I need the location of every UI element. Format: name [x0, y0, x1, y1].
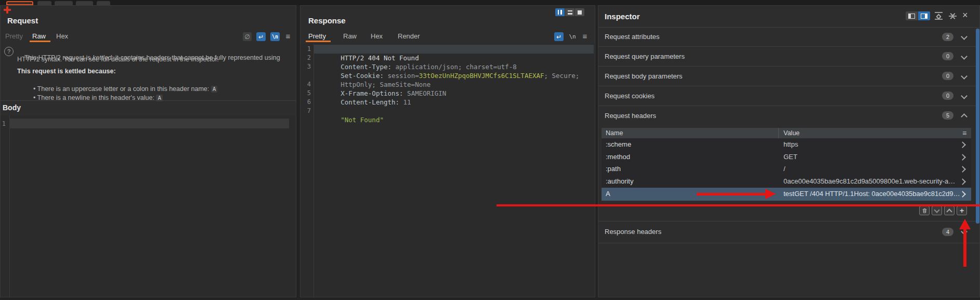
- column-header-name[interactable]: Name: [606, 129, 623, 137]
- section-label: Request attributes: [605, 33, 660, 41]
- request-tab-hex[interactable]: Hex: [56, 32, 68, 40]
- gutter-line-number: 4: [302, 80, 311, 89]
- response-editor[interactable]: 1 2 3 4 5 6 7 HTTP/2 404 Not Found Conte…: [300, 44, 595, 297]
- add-header-button[interactable]: +: [957, 206, 967, 215]
- top-tab-strip: [0, 0, 980, 5]
- chevron-up-icon[interactable]: [961, 113, 968, 120]
- header-row-authority[interactable]: :authority 0ace00e4035bae9c81c2d9a500980…: [602, 175, 971, 188]
- column-divider[interactable]: [778, 128, 779, 138]
- move-header-down-button[interactable]: [932, 206, 942, 215]
- count-badge: 0: [942, 52, 953, 60]
- header-name-cell: A: [606, 190, 610, 198]
- response-tab-hex[interactable]: Hex: [371, 32, 383, 40]
- app-tab[interactable]: [55, 1, 73, 5]
- reason-1-code: A: [211, 86, 218, 93]
- count-badge: 4: [942, 228, 953, 236]
- header-value-cell: https: [783, 140, 798, 148]
- kettled-message-line2: HTTP/1 syntax. You can see full details …: [17, 56, 219, 63]
- response-title: Response: [308, 16, 346, 25]
- request-body-editor[interactable]: 1: [1, 115, 296, 297]
- dock-right-button[interactable]: [918, 11, 930, 20]
- header-name-cell: :path: [606, 165, 621, 173]
- gutter-line-number: 7: [302, 107, 311, 115]
- chevron-down-icon[interactable]: [961, 73, 968, 80]
- newline-toggle-icon[interactable]: \n: [568, 32, 577, 41]
- app-tab-active[interactable]: [6, 1, 33, 5]
- annotation-horizontal-line: [496, 204, 980, 206]
- count-badge: 2: [942, 33, 953, 41]
- section-request-cookies[interactable]: Request cookies 0: [598, 86, 980, 106]
- editor-menu-icon[interactable]: ≡: [284, 32, 292, 41]
- response-tab-raw[interactable]: Raw: [343, 32, 357, 40]
- header-row-A-selected[interactable]: A testGET /404 HTTP/1.1Host: 0ace00e4035…: [602, 188, 971, 201]
- request-tab-raw[interactable]: Raw: [32, 32, 46, 40]
- header-name: Content-Length:: [341, 98, 399, 106]
- chevron-right-icon[interactable]: [959, 141, 966, 148]
- response-tab-render[interactable]: Render: [398, 32, 420, 40]
- request-tab-pretty[interactable]: Pretty: [5, 32, 23, 40]
- annotation-arrow-up-line: [963, 229, 966, 267]
- chevron-right-icon[interactable]: [959, 154, 966, 161]
- body-line-1[interactable]: [10, 119, 289, 128]
- gutter-line-number: 6: [302, 98, 311, 107]
- trash-icon: [922, 208, 927, 214]
- header-name-cell: :scheme: [606, 140, 631, 148]
- section-label: Request body parameters: [605, 72, 683, 80]
- chevron-right-icon[interactable]: [959, 191, 966, 198]
- header-value-cell: GET: [783, 153, 798, 161]
- gutter-line-number: 2: [302, 54, 311, 62]
- header-row-path[interactable]: :path /: [602, 163, 971, 175]
- dock-left-button[interactable]: [906, 11, 918, 20]
- response-tab-pretty[interactable]: Pretty: [308, 32, 326, 40]
- chevron-down-icon[interactable]: [961, 93, 968, 99]
- annotation-arrow-up-head: [959, 219, 971, 229]
- header-name-cell: :method: [606, 153, 630, 161]
- response-tab-underline: [306, 41, 331, 42]
- table-columns-menu-icon[interactable]: ≡: [962, 129, 966, 137]
- newline-toggle-icon[interactable]: \n: [270, 32, 280, 41]
- inspector-close-button[interactable]: ×: [962, 10, 968, 21]
- header-row-scheme[interactable]: :scheme https: [602, 138, 971, 151]
- expand-all-button[interactable]: [935, 12, 943, 20]
- chevron-down-icon[interactable]: [961, 33, 968, 40]
- section-request-headers[interactable]: Request headers 5: [598, 106, 980, 125]
- column-header-value[interactable]: Value: [783, 129, 800, 137]
- cookie-value: 33tOezUnHZpqoBHVJMCfs6C1SLTAEXAF: [419, 72, 544, 80]
- chevron-down-icon[interactable]: [961, 53, 968, 60]
- delete-header-button[interactable]: [919, 206, 930, 215]
- gutter-line-number: 3: [302, 62, 311, 71]
- app-tab[interactable]: [97, 1, 110, 5]
- move-header-up-button[interactable]: [944, 206, 955, 215]
- app-tab[interactable]: [76, 1, 93, 5]
- help-glyph: ?: [7, 48, 10, 55]
- body-line-number: 1: [0, 120, 6, 128]
- kettled-heading: This request is kettled because:: [17, 68, 116, 75]
- annotation-arrow-right-head: [765, 189, 776, 199]
- kettled-reason-2: • There is a newline in this header's va…: [26, 87, 163, 109]
- section-request-query-parameters[interactable]: Request query parameters 0: [598, 46, 980, 66]
- chevron-right-icon[interactable]: [959, 178, 966, 185]
- collapse-all-button[interactable]: [949, 12, 957, 20]
- header-value: 11: [399, 98, 411, 106]
- inspector-divider: [598, 243, 979, 243]
- layout-split-horizontal-button[interactable]: [565, 8, 574, 16]
- header-value: ; Secure;: [544, 72, 580, 80]
- layout-split-vertical-button[interactable]: [555, 8, 565, 16]
- editor-menu-icon[interactable]: ≡: [581, 32, 589, 41]
- gutter-line-number: 5: [302, 89, 311, 98]
- count-badge: 0: [942, 72, 953, 80]
- section-response-headers[interactable]: Response headers 4: [598, 221, 980, 242]
- wrap-toggle-icon[interactable]: ↵: [554, 32, 564, 41]
- body-label: Body: [3, 103, 21, 112]
- app-tab[interactable]: [37, 1, 51, 5]
- wrap-toggle-icon[interactable]: ↵: [256, 32, 266, 41]
- layout-maximize-button[interactable]: [575, 8, 584, 16]
- inspector-scrollbar-thumb[interactable]: [976, 29, 979, 224]
- section-request-attributes[interactable]: Request attributes 2: [598, 27, 980, 46]
- nonprintable-toggle-icon[interactable]: ∅: [243, 32, 252, 41]
- header-row-method[interactable]: :method GET: [602, 151, 971, 163]
- gutter-line-number: 1: [302, 45, 311, 54]
- response-gutter-divider: [313, 44, 314, 297]
- chevron-right-icon[interactable]: [959, 166, 966, 173]
- section-request-body-parameters[interactable]: Request body parameters 0: [598, 66, 980, 86]
